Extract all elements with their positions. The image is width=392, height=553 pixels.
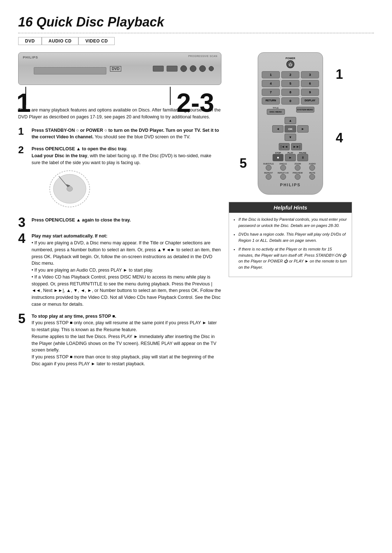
zoom-button[interactable] <box>295 165 301 171</box>
step-5-number: 5 <box>18 312 27 325</box>
preview-button[interactable] <box>295 174 301 180</box>
btn-5[interactable]: 5 <box>281 80 299 87</box>
remote-step4-marker: 4 <box>336 130 343 146</box>
step-3-heading: Press OPEN/CLOSE ▲ again to close the tr… <box>32 217 131 223</box>
step-4-number: 4 <box>18 232 27 245</box>
btn-next[interactable]: ►►| <box>291 143 302 150</box>
player-button-2[interactable] <box>190 65 196 72</box>
btn-return[interactable]: RETURN <box>262 97 280 105</box>
stop-button[interactable]: ■ <box>273 154 283 161</box>
btn-2[interactable]: 2 <box>281 71 299 78</box>
step-5: 5 To stop play at any time, press STOP ■… <box>18 313 221 367</box>
subtitle-button[interactable] <box>266 165 271 171</box>
step-4-body: • If you are playing a DVD, a Disc menu … <box>32 240 221 307</box>
tabs-row: DVD AUDIO CD VIDEO CD <box>18 37 374 45</box>
tab-audio-cd[interactable]: AUDIO CD <box>42 37 78 45</box>
helpful-hints-box: Helpful Hints If the Disc is locked by P… <box>229 202 352 277</box>
main-layout: PHILIPS DVD PROGRESSIVE SCAN 1 <box>18 52 374 373</box>
repeat-button[interactable] <box>266 174 271 180</box>
step-3-number: 3 <box>18 216 27 229</box>
step-1-body: You should see the blue DVD screen on th… <box>95 134 191 139</box>
step23-marker: 2-3 <box>176 88 214 118</box>
angle-button[interactable] <box>280 165 286 171</box>
step-1-number: 1 <box>18 126 27 137</box>
nav-empty-tr <box>297 117 309 124</box>
hint-1: If the Disc is locked by Parental contro… <box>238 216 347 228</box>
hints-body: If the Disc is locked by Parental contro… <box>229 213 352 277</box>
prev-next-row: |◄◄ ►►| <box>262 143 319 150</box>
step-5-body: If you press STOP ■ only once, play will… <box>32 320 217 366</box>
player-row: PHILIPS DVD PROGRESSIVE SCAN 1 <box>18 52 221 85</box>
btn-8[interactable]: 8 <box>281 89 299 96</box>
nav-left[interactable]: ◄ <box>272 125 283 133</box>
hint-3: If there is no activity at the Player or… <box>238 246 347 270</box>
step-1: 1 Press STANDBY-ON ○ or POWER ○ to turn … <box>18 127 221 141</box>
btn-9[interactable]: 9 <box>301 89 319 96</box>
step-4-heading: Play may start automatically. If not: <box>32 233 107 239</box>
divider <box>18 33 374 33</box>
nav-empty-bl <box>272 134 283 141</box>
btn-0[interactable]: 0 <box>281 97 299 105</box>
subtitle-item: SUBTITLE <box>262 163 275 171</box>
disc-illustration <box>46 169 93 209</box>
btn-display[interactable]: DISPLAY <box>301 97 319 105</box>
player-dvd-logo: DVD <box>110 66 121 72</box>
zoom-item: ZOOM <box>291 163 305 171</box>
btn-7[interactable]: 7 <box>262 89 280 96</box>
player-button-3[interactable] <box>199 65 206 72</box>
nav-up[interactable]: ▲ <box>285 117 296 124</box>
step-1-content: Press STANDBY-ON ○ or POWER ○ to turn on… <box>32 127 221 141</box>
repeat-item: REPEAT <box>262 172 275 180</box>
stop-play-row: STOP ■ PLAY ► PAUSE ⏸ <box>262 152 319 161</box>
power-label: POWER <box>286 57 295 60</box>
power-button[interactable]: ⏻ <box>286 60 294 68</box>
step-4: 4 Play may start automatically. If not: … <box>18 233 221 308</box>
step-4-content: Play may start automatically. If not: • … <box>32 233 221 308</box>
nav-cluster: ▲ ◄ OK ► ▼ <box>272 117 309 141</box>
audio-button[interactable] <box>309 165 315 171</box>
player-button-1[interactable] <box>180 65 187 72</box>
repeat-ab-button[interactable] <box>280 174 286 180</box>
nav-empty-br <box>297 134 309 141</box>
step-5-heading: To stop play at any time, press STOP ■. <box>32 314 116 319</box>
system-menu-button[interactable]: SYSTEM MENU <box>296 107 314 113</box>
tab-dvd[interactable]: DVD <box>18 37 42 45</box>
btn-prev[interactable]: |◄◄ <box>279 143 290 150</box>
preview-item: PREVIEW <box>291 172 305 180</box>
btn-6[interactable]: 6 <box>301 80 319 87</box>
page-title: 16 Quick Disc Playback <box>18 15 374 30</box>
hint-2: DVDs have a region code. This Player wil… <box>238 231 347 243</box>
repeat-ab-item: REPEAT A-B <box>276 172 290 180</box>
btn-3[interactable]: 3 <box>301 71 319 78</box>
repeat-row: REPEAT REPEAT A-B PREVIEW MUTE <box>262 172 319 180</box>
remote-step5-marker: 5 <box>240 156 247 171</box>
disc-menu-button[interactable]: DISC MENU <box>267 109 285 115</box>
nav-ok[interactable]: OK <box>285 125 296 133</box>
remote-brand: PHILIPS <box>262 183 319 187</box>
player-eject-btn[interactable] <box>209 66 214 71</box>
remote-wrapper: 1 4 5 POWER ⏻ 1 2 3 4 5 <box>254 52 327 195</box>
step23-connector <box>170 87 171 105</box>
power-row: POWER ⏻ <box>262 57 319 68</box>
mute-item: MUTE <box>306 172 319 180</box>
remote-step1-marker: 1 <box>336 67 343 82</box>
step1-marker: 1 <box>16 88 31 118</box>
disc-title-btn: TITLE DISC MENU <box>262 107 290 115</box>
step-2-content: Press OPEN/CLOSE ▲ to open the disc tray… <box>32 146 221 212</box>
btn-4[interactable]: 4 <box>262 80 280 87</box>
angle-item: ANGLE <box>276 163 290 171</box>
step-2-load-heading: Load your Disc in the tray <box>32 153 87 158</box>
nav-empty-tl <box>272 117 283 124</box>
step-3: 3 Press OPEN/CLOSE ▲ again to close the … <box>18 217 221 229</box>
nav-down[interactable]: ▼ <box>285 134 296 141</box>
nav-right[interactable]: ► <box>297 125 309 133</box>
mute-button[interactable] <box>309 174 315 180</box>
menu-row: TITLE DISC MENU SYSTEM MENU <box>262 107 319 115</box>
step-2-heading: Press OPEN/CLOSE ▲ to open the disc tray… <box>32 146 127 151</box>
left-column: PHILIPS DVD PROGRESSIVE SCAN 1 <box>18 52 221 373</box>
tab-video-cd[interactable]: VIDEO CD <box>78 37 115 45</box>
btn-1[interactable]: 1 <box>262 71 280 78</box>
pause-button[interactable]: ⏸ <box>297 154 308 161</box>
play-button[interactable]: ► <box>285 154 296 161</box>
audio-item: AUDIO <box>306 163 319 171</box>
